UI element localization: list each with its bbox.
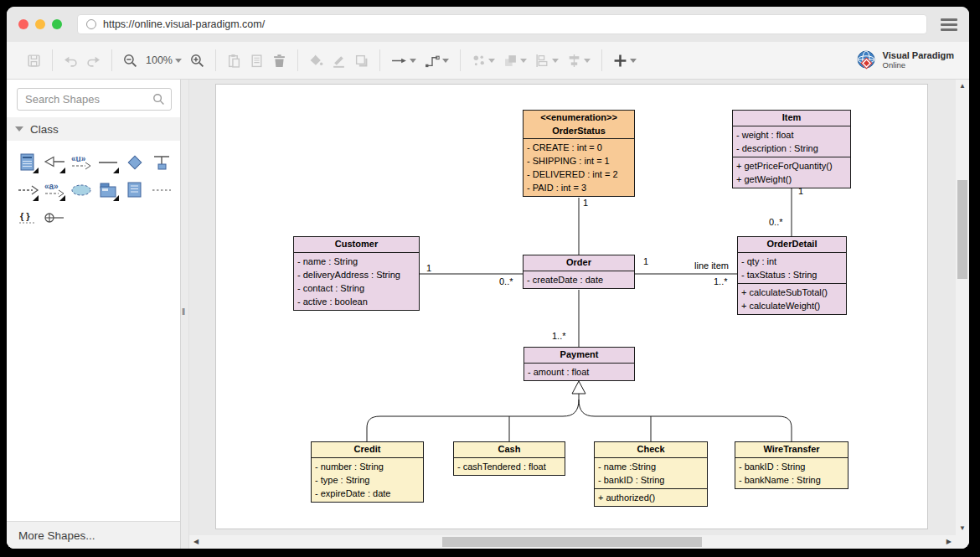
uml-class-item[interactable]: Item- weight : float- description : Stri…: [732, 110, 851, 188]
site-info-icon[interactable]: [86, 19, 96, 29]
class-attributes: - amount : float: [524, 363, 634, 380]
uml-class-orderstatus[interactable]: <<enumeration>>OrderStatus- CREATE : int…: [523, 110, 635, 197]
save-button[interactable]: [27, 54, 41, 68]
usage-stereotype-icon[interactable]: «u»: [69, 149, 94, 175]
class-name: Cash: [454, 442, 565, 457]
edge-label: 0..*: [769, 217, 783, 227]
undo-button[interactable]: [64, 54, 78, 68]
uml-class-customer[interactable]: Customer- name : String- deliveryAddress…: [293, 236, 420, 311]
logo-text-line2: Online: [883, 61, 954, 70]
association-line-icon[interactable]: [95, 149, 121, 175]
usecase-ellipse-icon[interactable]: [69, 177, 94, 203]
scrollbar-corner: [956, 535, 969, 549]
anchor-icon[interactable]: [149, 149, 174, 175]
edge-label: 0..*: [499, 276, 513, 286]
effects-dropdown[interactable]: [472, 54, 495, 68]
distribute-dropdown[interactable]: [567, 54, 591, 68]
connector-style-dropdown[interactable]: [425, 54, 449, 68]
class-name: Order: [524, 255, 634, 271]
url-bar[interactable]: https://online.visual-paradigm.com/: [77, 14, 927, 34]
class-name: Check: [595, 442, 707, 457]
globe-icon: [855, 49, 879, 72]
constraint-icon[interactable]: { }: [15, 204, 40, 230]
class-name: Payment: [524, 348, 634, 363]
svg-text:{ }: { }: [20, 211, 30, 221]
class-attributes: - bankID : String- bankName : String: [735, 457, 848, 488]
class-attributes: - createDate : date: [524, 271, 634, 288]
collapse-icon: [15, 126, 23, 132]
align-dropdown[interactable]: [535, 54, 559, 68]
class-attributes: - name :String- bankID : String: [595, 457, 707, 488]
more-shapes-button[interactable]: More Shapes...: [7, 521, 180, 549]
zoom-level-dropdown[interactable]: 100%: [146, 54, 182, 66]
shadow-icon[interactable]: [354, 54, 369, 68]
dashed-line-icon[interactable]: [149, 177, 174, 203]
edge-label: line item: [694, 260, 729, 271]
arrow-style-dropdown[interactable]: [391, 54, 416, 68]
class-name: OrderDetail: [738, 237, 846, 252]
horizontal-scrollbar[interactable]: ◀ ▶: [189, 535, 956, 549]
vertical-scroll-thumb[interactable]: [957, 180, 967, 279]
class-name: Credit: [312, 442, 423, 457]
maximize-window-button[interactable]: [52, 19, 62, 29]
format-copy-button[interactable]: [250, 54, 264, 68]
edge-label: 1: [426, 263, 431, 273]
close-window-button[interactable]: [18, 19, 28, 29]
containment-icon[interactable]: [42, 204, 67, 230]
note-icon[interactable]: [122, 177, 147, 203]
horizontal-scroll-thumb[interactable]: [442, 537, 702, 547]
scroll-right-arrow[interactable]: ▶: [946, 539, 952, 545]
uml-class-order[interactable]: Order- createDate : date: [523, 255, 635, 289]
delete-button[interactable]: [272, 54, 286, 68]
class-name: Item: [733, 111, 850, 126]
scroll-up-arrow[interactable]: ▲: [959, 83, 966, 90]
class-operations: + getPriceForQuantity()+ getWeight(): [733, 157, 850, 188]
class-shape-icon[interactable]: [15, 149, 40, 175]
search-shapes-input[interactable]: [17, 88, 172, 111]
aggregation-diamond-icon[interactable]: [122, 149, 147, 175]
uml-class-credit[interactable]: Credit- number : String- type : String- …: [311, 441, 424, 503]
shapes-sidebar: Class «u»: [7, 80, 181, 549]
class-name: WireTransfer: [735, 442, 848, 457]
a-stereotype-icon[interactable]: «a»: [42, 177, 67, 203]
edge-label: 1..*: [552, 331, 566, 341]
add-shape-dropdown[interactable]: [613, 54, 637, 68]
uml-class-wiretransfer[interactable]: WireTransfer- bankID : String- bankName …: [735, 441, 848, 489]
uml-class-orderdetail[interactable]: OrderDetail- qty : int- taxStatus : Stri…: [737, 236, 847, 315]
section-label: Class: [30, 123, 59, 136]
scroll-down-arrow[interactable]: ▼: [959, 525, 966, 532]
uml-class-payment[interactable]: Payment- amount : float: [524, 347, 635, 381]
package-icon[interactable]: [95, 177, 121, 203]
class-attributes: - cashTendered : float: [454, 457, 565, 475]
zoom-in-button[interactable]: [190, 54, 204, 68]
paste-button[interactable]: [227, 54, 241, 68]
search-icon: [152, 93, 165, 109]
edge-label: 1: [583, 198, 588, 208]
line-color-icon[interactable]: [332, 54, 346, 68]
group-dropdown[interactable]: [503, 54, 527, 68]
uml-class-check[interactable]: Check- name :String- bankID : String+ au…: [594, 441, 708, 507]
generalization-icon[interactable]: [42, 149, 67, 175]
svg-text:«a»: «a»: [44, 182, 59, 191]
minimize-window-button[interactable]: [35, 19, 45, 29]
redo-button[interactable]: [86, 54, 101, 68]
visual-paradigm-logo[interactable]: Visual Paradigm Online: [855, 49, 957, 72]
fill-color-icon[interactable]: [309, 54, 323, 68]
class-attributes: - qty : int- taxStatus : String: [738, 252, 846, 283]
sidebar-resizer-handle[interactable]: [181, 80, 189, 549]
zoom-level-value: 100%: [146, 54, 173, 66]
uml-class-cash[interactable]: Cash- cashTendered : float: [453, 441, 565, 476]
class-operations: + authorized(): [595, 488, 707, 506]
vertical-scrollbar[interactable]: ▲ ▼: [956, 80, 969, 535]
section-header-class[interactable]: Class: [7, 117, 180, 141]
zoom-out-button[interactable]: [123, 54, 137, 68]
dependency-arrow-icon[interactable]: [15, 177, 40, 203]
browser-titlebar: https://online.visual-paradigm.com/: [7, 7, 969, 42]
edge-label: 1: [798, 186, 803, 196]
diagram-canvas[interactable]: <<enumeration>>OrderStatus- CREATE : int…: [189, 80, 969, 549]
class-attributes: - name : String- deliveryAddress : Strin…: [294, 252, 419, 310]
url-text[interactable]: https://online.visual-paradigm.com/: [103, 18, 265, 30]
class-operations: + calculateSubTotal()+ calculateWeight(): [738, 283, 846, 314]
browser-menu-icon[interactable]: [941, 18, 957, 31]
scroll-left-arrow[interactable]: ◀: [193, 539, 199, 545]
